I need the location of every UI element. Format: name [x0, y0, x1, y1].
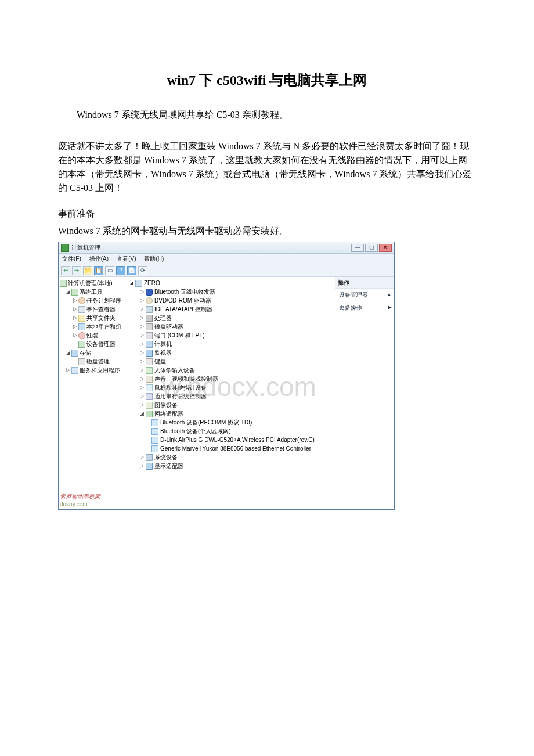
computer-management-window: 计算机管理 — ▢ ✕ 文件(F) 操作(A) 查看(V) 帮助(H) ⬅ ➡ … [58, 242, 395, 510]
forward-button[interactable]: ➡ [72, 266, 81, 275]
expander-icon[interactable]: ▷ [140, 376, 145, 383]
perf-icon [78, 332, 85, 339]
device-label: Bluetooth 无线电收发器 [154, 288, 215, 296]
device-item[interactable]: ▷端口 (COM 和 LPT) [129, 331, 333, 340]
expander-icon[interactable]: ▷ [140, 463, 145, 470]
tool-button-1[interactable]: 📋 [94, 266, 103, 275]
expander-icon[interactable]: ◢ [66, 350, 71, 357]
device-label: 键盘 [154, 358, 166, 365]
tree-label: 存储 [80, 349, 91, 357]
tree-label: 设备管理器 [86, 340, 116, 348]
expander-icon[interactable]: ▷ [73, 306, 78, 313]
device-item[interactable]: ▷磁盘驱动器 [129, 322, 333, 331]
tree-item[interactable]: ▷共享文件夹 [60, 314, 125, 322]
device-item[interactable]: ▷系统设备 [129, 453, 333, 462]
tool-button-4[interactable]: ⟳ [138, 266, 147, 275]
expander-icon[interactable]: ▷ [66, 367, 71, 374]
minimize-button[interactable]: — [351, 244, 364, 252]
left-header[interactable]: 计算机管理(本地) [60, 279, 125, 287]
svc-icon [71, 367, 78, 374]
tool-button-2[interactable]: ▭ [105, 266, 114, 275]
expander-icon[interactable]: ▷ [140, 358, 145, 365]
expander-icon[interactable]: ▷ [140, 384, 145, 391]
menu-help[interactable]: 帮助(H) [144, 255, 164, 262]
tree-label: 事件查看器 [86, 305, 116, 313]
expander-icon[interactable]: ◢ [140, 411, 145, 417]
expander-icon[interactable]: ◢ [66, 289, 71, 296]
expander-icon[interactable]: ▷ [140, 402, 145, 409]
menu-view[interactable]: 查看(V) [117, 255, 136, 262]
expander-icon[interactable]: ▷ [140, 297, 145, 304]
maximize-button[interactable]: ▢ [365, 244, 378, 252]
device-label: IDE ATA/ATAPI 控制器 [154, 305, 212, 313]
tree-item[interactable]: ▷本地用户和组 [60, 322, 125, 331]
tree-item[interactable]: 设备管理器 [60, 340, 125, 348]
actions-group[interactable]: 设备管理器 ▲ [335, 289, 394, 301]
device-item[interactable]: ▷人体学输入设备 [129, 366, 333, 375]
network-adapter-icon [151, 428, 158, 435]
expander-icon[interactable]: ▷ [140, 315, 145, 322]
arrow-icon: ▶ [388, 304, 392, 311]
network-adapter-icon [151, 445, 158, 452]
tree-item[interactable]: ▷服务和应用程序 [60, 366, 125, 375]
expander-icon[interactable]: ▷ [140, 367, 145, 374]
prep-line: Windows 7 系统的网卡驱动与无线网卡驱动必需安装好。 [58, 224, 476, 238]
network-adapter-item[interactable]: Generic Marvell Yukon 88E8056 based Ethe… [129, 444, 333, 453]
expander-icon[interactable]: ▷ [73, 323, 78, 330]
menu-action[interactable]: 操作(A) [89, 255, 109, 262]
device-item[interactable]: ▷IDE ATA/ATAPI 控制器 [129, 305, 333, 314]
network-adapter-item[interactable]: Bluetooth 设备(个人区域网) [129, 427, 333, 435]
device-item[interactable]: ▷显示适配器 [129, 462, 333, 470]
menu-file[interactable]: 文件(F) [62, 255, 81, 262]
device-item[interactable]: ▷图像设备 [129, 401, 333, 409]
tree-item[interactable]: ▷事件查看器 [60, 305, 125, 314]
network-adapter-item[interactable]: D-Link AirPlus G DWL-G520+A Wireless PCI… [129, 435, 333, 444]
device-item[interactable]: ▷计算机 [129, 340, 333, 348]
tree-label: 性能 [86, 332, 98, 339]
toolbar: ⬅ ➡ 📁 📋 ▭ ? 📄 ⟳ [59, 264, 394, 277]
device-item[interactable]: ▷鼠标和其他指针设备 [129, 383, 333, 392]
more-actions-label: 更多操作 [339, 304, 362, 311]
device-item[interactable]: ▷监视器 [129, 348, 333, 357]
help-button[interactable]: ? [116, 266, 125, 275]
expander-icon[interactable]: ▷ [140, 289, 145, 296]
expander-icon[interactable]: ▷ [73, 297, 78, 304]
close-button[interactable]: ✕ [379, 244, 392, 252]
expander-icon[interactable]: ▷ [73, 315, 78, 322]
body-paragraph: 废话就不讲太多了！晚上收工回家重装 Windows 7 系统与 N 多必要的软件… [58, 139, 476, 195]
tree-item[interactable]: ◢存储 [60, 348, 125, 357]
device-item[interactable]: ▷处理器 [129, 314, 333, 322]
tool-button-3[interactable]: 📄 [127, 266, 136, 275]
tree-item[interactable]: ▷任务计划程序 [60, 296, 125, 305]
device-item[interactable]: ◢网络适配器 [129, 409, 333, 418]
expander-icon[interactable]: ▷ [73, 332, 78, 339]
expander-icon[interactable]: ▷ [140, 306, 145, 313]
tree-item[interactable]: 磁盘管理 [60, 357, 125, 366]
left-header-label: 计算机管理(本地) [68, 279, 113, 287]
expander-icon[interactable]: ▷ [140, 454, 145, 461]
device-root[interactable]: ◢ ZERO [129, 279, 333, 287]
expander-icon[interactable]: ▷ [140, 341, 145, 348]
adapter-label: D-Link AirPlus G DWL-G520+A Wireless PCI… [160, 436, 315, 444]
device-label: 声音、视频和游戏控制器 [154, 375, 218, 383]
device-label: 图像设备 [154, 401, 178, 409]
more-actions[interactable]: 更多操作 ▶ [335, 301, 394, 314]
device-item[interactable]: ▷Bluetooth 无线电收发器 [129, 287, 333, 296]
device-item[interactable]: ▷DVD/CD-ROM 驱动器 [129, 296, 333, 305]
network-adapter-item[interactable]: Bluetooth 设备(RFCOMM 协议 TDI) [129, 418, 333, 427]
expander-icon[interactable]: ▷ [140, 323, 145, 330]
tree-item[interactable]: ▷性能 [60, 331, 125, 340]
device-label: 系统设备 [154, 453, 178, 461]
expander-icon[interactable]: ◢ [129, 280, 135, 287]
pc-icon [146, 341, 153, 348]
device-item[interactable]: ▷键盘 [129, 357, 333, 366]
up-button[interactable]: 📁 [83, 266, 92, 275]
device-item[interactable]: ▷声音、视频和游戏控制器 [129, 375, 333, 383]
device-item[interactable]: ▷通用串行总线控制器 [129, 392, 333, 401]
expander-icon[interactable]: ▷ [140, 332, 145, 339]
tree-item[interactable]: ◢系统工具 [60, 287, 125, 296]
device-label: 通用串行总线控制器 [154, 393, 207, 400]
expander-icon[interactable]: ▷ [140, 393, 145, 400]
expander-icon[interactable]: ▷ [140, 350, 145, 357]
back-button[interactable]: ⬅ [61, 266, 70, 275]
